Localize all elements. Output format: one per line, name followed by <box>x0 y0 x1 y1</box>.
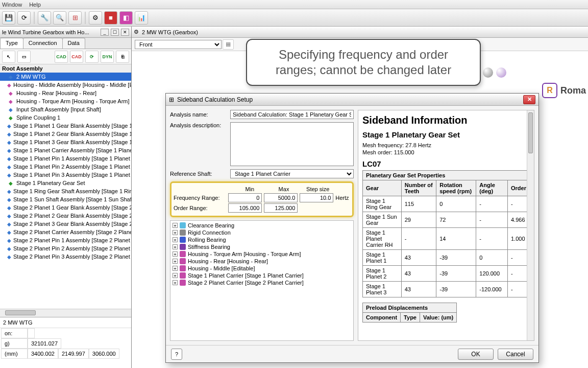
refresh-icon[interactable]: ⟳ <box>17 11 31 25</box>
tree-item[interactable]: ◆2 MW WTG <box>0 73 131 81</box>
freq-step-input[interactable] <box>300 193 333 202</box>
viewport-mode-orbs[interactable] <box>483 67 506 78</box>
dialog-close-button[interactable]: ✕ <box>523 95 535 104</box>
prop-value: 32101.027 <box>28 338 61 349</box>
tree-item[interactable]: ◆Stage 1 Planet Pin 2 Assembly [Stage 1 … <box>0 163 131 171</box>
tree-item-icon: ◆ <box>7 196 11 203</box>
tree-root[interactable]: Root Assembly <box>0 64 131 73</box>
include-tree[interactable]: +Clearance Bearing+Rigid Connection+Roll… <box>170 220 354 341</box>
orb-1-icon[interactable] <box>483 67 493 78</box>
expand-icon[interactable]: + <box>173 237 178 242</box>
freq-range-label: Frequency Range: <box>174 195 226 201</box>
stop-icon[interactable]: ■ <box>104 11 117 25</box>
tree-item[interactable]: ◆Input Shaft Assembly [Input Shaft] <box>0 105 131 113</box>
order-max-input[interactable] <box>264 203 298 213</box>
include-item[interactable]: +Stage 2 Planet Carrier [Stage 2 Planet … <box>172 279 352 286</box>
table-cell: - <box>476 196 508 212</box>
tree-item[interactable]: ◆Stage 2 Planet 1 Gear Blank Assembly [S… <box>0 203 131 212</box>
chart-icon[interactable]: 📊 <box>135 11 148 25</box>
include-item[interactable]: +Stiffness Bearing <box>172 243 352 250</box>
tree-item[interactable]: ◆Stage 1 Sun Shaft Assembly [Stage 1 Sun… <box>0 195 131 203</box>
tree-item[interactable]: ◆Stage 2 Planet Carrier Assembly [Stage … <box>0 228 131 236</box>
tool-a-icon[interactable]: 🔧 <box>38 11 51 25</box>
expand-icon[interactable]: + <box>173 251 178 257</box>
tree-item[interactable]: ◆Stage 2 Planet Pin 2 Assembly [Stage 2 … <box>0 244 131 252</box>
separator <box>34 12 35 24</box>
tree-item[interactable]: ◆Stage 1 Planet 3 Gear Blank Assembly [S… <box>0 138 131 146</box>
report-icon[interactable]: ⎘ <box>116 51 129 63</box>
view-select[interactable]: Front <box>135 40 222 49</box>
expand-icon[interactable]: + <box>173 223 178 228</box>
planetary-properties-table: Planetary Gear Set Properties GearNumber… <box>362 170 530 297</box>
expand-icon[interactable]: + <box>173 259 178 264</box>
menu-window[interactable]: Window <box>2 2 22 8</box>
freq-max-input[interactable] <box>264 193 298 202</box>
include-item[interactable]: +Housing - Torque Arm [Housing - Torque … <box>172 250 352 258</box>
analysis-desc-input[interactable] <box>230 122 354 166</box>
include-item[interactable]: +Stage 1 Planet Carrier [Stage 1 Planet … <box>172 272 352 279</box>
cancel-button[interactable]: Cancel <box>498 349 533 360</box>
analysis-name-input[interactable] <box>230 110 354 119</box>
expand-icon[interactable]: + <box>173 266 178 271</box>
tab-type[interactable]: Type <box>0 38 23 49</box>
tree-item[interactable]: ◆Stage 2 Planet 3 Gear Blank Assembly [S… <box>0 220 131 228</box>
tree-item[interactable]: ◆Stage 1 Planetary Gear Set <box>0 179 131 187</box>
include-item[interactable]: +Rolling Bearing <box>172 236 352 243</box>
ok-button[interactable]: OK <box>458 349 494 360</box>
tree-item[interactable]: ◆Housing - Rear [Housing - Rear] <box>0 89 131 97</box>
orb-2-icon[interactable] <box>496 67 506 78</box>
tree-item-label: 2 MW WTG <box>16 74 45 80</box>
tree-item-icon: ◆ <box>7 228 11 236</box>
tab-connection[interactable]: Connection <box>23 38 63 49</box>
dialog-form: Analysis name: Analysis description: Ref… <box>170 110 354 341</box>
box-icon[interactable]: ▭ <box>17 51 31 63</box>
gear-icon[interactable]: ⚙ <box>89 11 102 25</box>
cad-refresh-icon[interactable]: ⟳ <box>85 51 99 63</box>
tree-item[interactable]: ◆Stage 1 Planet Pin 1 Assembly [Stage 1 … <box>0 154 131 163</box>
tree-item[interactable]: ◆Housing - Middle Assembly [Housing - Mi… <box>0 81 131 89</box>
tree-item[interactable]: ◆Stage 2 Planet Pin 1 Assembly [Stage 2 … <box>0 236 131 244</box>
dyn-icon[interactable]: DYN <box>101 51 114 63</box>
tree-item[interactable]: ◆Stage 1 Planet 2 Gear Blank Assembly [S… <box>0 130 131 138</box>
info-panel-scrollbar[interactable] <box>527 110 534 340</box>
tree-item[interactable]: ◆Spline Coupling 1 <box>0 113 131 122</box>
reference-shaft-select[interactable]: Stage 1 Planet Carrier <box>230 169 354 178</box>
dialog-title-bar[interactable]: ⊞ Sideband Calculation Setup ✕ <box>166 94 538 106</box>
tree-item[interactable]: ◆Stage 1 Planet Carrier Assembly [Stage … <box>0 146 131 154</box>
cad-minus-icon[interactable]: CAD <box>70 51 83 63</box>
include-item[interactable]: +Rigid Connection <box>172 229 352 236</box>
order-min-input[interactable] <box>228 203 262 213</box>
tree-item-label: Input Shaft Assembly [Input Shaft] <box>16 106 101 112</box>
tree-item[interactable]: ◆Housing - Torque Arm [Housing - Torque … <box>0 97 131 105</box>
maximize-icon[interactable]: ☐ <box>111 29 119 36</box>
view-tool-1-icon[interactable]: ▦ <box>223 39 234 50</box>
tree-item[interactable]: ◆Stage 1 Planet 1 Gear Blank Assembly [S… <box>0 122 131 130</box>
cad-plus-icon[interactable]: CAD <box>55 51 68 63</box>
include-item[interactable]: +Housing - Rear [Housing - Rear] <box>172 258 352 265</box>
include-item[interactable]: +Housing - Middle [Editable] <box>172 265 352 272</box>
freq-min-input[interactable] <box>228 193 262 202</box>
expand-icon[interactable]: + <box>173 230 178 235</box>
menu-help[interactable]: Help <box>29 2 41 8</box>
include-item[interactable]: +Clearance Bearing <box>172 222 352 229</box>
tool-b-icon[interactable]: 🔍 <box>53 11 66 25</box>
close-icon[interactable]: ✕ <box>121 29 129 36</box>
expand-icon[interactable]: + <box>173 280 178 285</box>
tree-horizontal-scrollbar[interactable] <box>0 309 131 317</box>
expand-icon[interactable]: + <box>173 244 178 249</box>
tree-item[interactable]: ◆Stage 2 Planet Pin 3 Assembly [Stage 2 … <box>0 252 131 261</box>
save-icon[interactable]: 💾 <box>2 11 15 25</box>
instruction-callout: Specifying frequency and order ranges; c… <box>246 39 481 86</box>
tool-c-icon[interactable]: ⊞ <box>68 11 82 25</box>
expand-icon[interactable]: + <box>173 273 178 278</box>
select-icon[interactable]: ↖ <box>2 51 15 63</box>
tab-data[interactable]: Data <box>62 38 85 49</box>
help-button[interactable]: ? <box>171 349 182 360</box>
app-icon[interactable]: ◧ <box>119 11 133 25</box>
tree-item-icon: ◆ <box>7 122 11 129</box>
minimize-icon[interactable]: _ <box>101 29 109 36</box>
tree-item[interactable]: ◆Stage 1 Planet Pin 3 Assembly [Stage 1 … <box>0 171 131 179</box>
model-tree[interactable]: Root Assembly ◆2 MW WTG◆Housing - Middle… <box>0 64 131 309</box>
tree-item[interactable]: ◆Stage 2 Planet 2 Gear Blank Assembly [S… <box>0 212 131 220</box>
tree-item[interactable]: ◆Stage 1 Ring Gear Shaft Assembly [Stage… <box>0 187 131 195</box>
